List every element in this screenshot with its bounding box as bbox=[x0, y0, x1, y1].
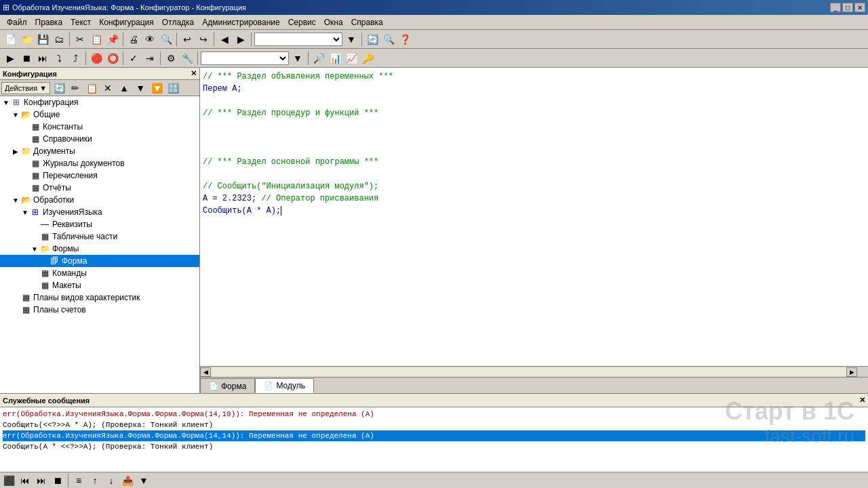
refresh-button[interactable]: 🔄 bbox=[365, 32, 380, 47]
refresh-tree[interactable]: 🔄 bbox=[52, 81, 66, 96]
paste-button[interactable]: 📌 bbox=[105, 32, 120, 47]
tree-item-commands[interactable]: ▦ Команды bbox=[0, 267, 199, 279]
msg-btn-5[interactable]: ≡ bbox=[71, 473, 86, 488]
msg-btn-1[interactable]: ⬛ bbox=[1, 473, 16, 488]
breakpoint-button[interactable]: 🔴 bbox=[89, 51, 104, 66]
open-button[interactable]: 📁 bbox=[19, 32, 34, 47]
tree-item-common[interactable]: ▼ 📂 Общие bbox=[0, 108, 199, 121]
ext-button[interactable]: 🔧 bbox=[180, 51, 195, 66]
tree-item-planyschetov[interactable]: ▦ Планы счетов bbox=[0, 304, 199, 316]
menu-debug[interactable]: Отладка bbox=[158, 16, 198, 28]
step-out-button[interactable]: ⤴ bbox=[68, 51, 83, 66]
panel-controls[interactable]: ✕ bbox=[191, 69, 197, 78]
object-dropdown[interactable] bbox=[254, 33, 342, 46]
cut-button[interactable]: ✂ bbox=[73, 32, 87, 47]
icons-btn3[interactable]: 📈 bbox=[344, 51, 359, 66]
close-button[interactable]: ✕ bbox=[854, 3, 865, 12]
move-up[interactable]: ▲ bbox=[117, 81, 132, 96]
msg-btn-9[interactable]: ▼ bbox=[136, 473, 151, 488]
find-button[interactable]: 🔍 bbox=[159, 32, 174, 47]
tree-item-reports[interactable]: ▦ Отчёты bbox=[0, 182, 199, 194]
filter-btn[interactable]: 🔽 bbox=[149, 81, 164, 96]
sort-btn[interactable]: 🔠 bbox=[165, 81, 180, 96]
tree-item-izyazyka[interactable]: ▼ ⊞ ИзученияЯзыка bbox=[0, 206, 199, 218]
menu-help[interactable]: Справка bbox=[347, 16, 387, 28]
messages-close[interactable]: ✕ bbox=[859, 396, 865, 405]
zoom-in-button[interactable]: 🔍 bbox=[381, 32, 396, 47]
stop-button[interactable]: ⏹ bbox=[19, 51, 34, 66]
tree-item-journals[interactable]: ▦ Журналы документов bbox=[0, 157, 199, 169]
tab-module[interactable]: 📄 Модуль bbox=[255, 378, 314, 393]
indent-button[interactable]: ⇥ bbox=[142, 51, 157, 66]
step-button[interactable]: ⏭ bbox=[35, 51, 50, 66]
msg-3[interactable]: err(Обработка.ИзученияЯзыка.Форма.Форма.… bbox=[3, 430, 865, 441]
print-button[interactable]: 🖨 bbox=[126, 32, 141, 47]
preview-button[interactable]: 👁 bbox=[142, 32, 157, 47]
msg-btn-4[interactable]: ⏹ bbox=[50, 473, 65, 488]
tree-item-forms[interactable]: ▼ 📁 Формы bbox=[0, 243, 199, 255]
tree-item-rekvizity[interactable]: — Реквизиты bbox=[0, 218, 199, 230]
tree-item-tabchasti[interactable]: ▦ Табличные части bbox=[0, 230, 199, 243]
new-button[interactable]: 📄 bbox=[3, 32, 18, 47]
forward-button[interactable]: ▶ bbox=[233, 32, 248, 47]
maximize-button[interactable]: □ bbox=[842, 3, 853, 12]
menu-service[interactable]: Сервис bbox=[284, 16, 320, 28]
tree-item-docs[interactable]: ▶ 📁 Документы bbox=[0, 145, 199, 157]
expand-common[interactable]: ▼ bbox=[11, 111, 20, 119]
msg-btn-8[interactable]: 📤 bbox=[120, 473, 135, 488]
tree-item-planyvidov[interactable]: ▦ Планы видов характеристик bbox=[0, 291, 199, 304]
clear-break-button[interactable]: ⭕ bbox=[105, 51, 120, 66]
expand-izyazyka[interactable]: ▼ bbox=[20, 209, 30, 216]
proc-dropdown-arrow[interactable]: ▼ bbox=[290, 51, 305, 66]
config-update[interactable]: ⚙ bbox=[163, 51, 178, 66]
icons-btn4[interactable]: 🔑 bbox=[360, 51, 375, 66]
tree-item-refs[interactable]: ▦ Справочники bbox=[0, 133, 199, 145]
expand-root[interactable]: ▼ bbox=[1, 99, 11, 106]
menu-file[interactable]: Файл bbox=[3, 16, 31, 28]
window-controls[interactable]: _ □ ✕ bbox=[830, 3, 865, 12]
menu-edit[interactable]: Правка bbox=[31, 16, 67, 28]
msg-btn-6[interactable]: ↑ bbox=[87, 473, 102, 488]
menu-text[interactable]: Текст bbox=[66, 16, 95, 28]
tree-item-enums[interactable]: ▦ Перечисления bbox=[0, 169, 199, 182]
expand-forms[interactable]: ▼ bbox=[30, 245, 39, 253]
scroll-right-btn[interactable]: ▶ bbox=[846, 367, 857, 377]
delete-tree-item[interactable]: ✕ bbox=[100, 81, 115, 96]
expand-docs[interactable]: ▶ bbox=[11, 148, 20, 155]
tree-item-layouts[interactable]: ▦ Макеты bbox=[0, 279, 199, 291]
tree-item-constants[interactable]: ▦ Константы bbox=[0, 121, 199, 133]
tree-item-forma[interactable]: 🗐 Форма bbox=[0, 255, 199, 267]
scroll-left-btn[interactable]: ◀ bbox=[200, 367, 211, 377]
proc-dropdown[interactable] bbox=[201, 52, 289, 65]
edit-tree-item[interactable]: ✏ bbox=[68, 81, 83, 96]
menu-windows[interactable]: Окна bbox=[320, 16, 347, 28]
icons-btn2[interactable]: 📊 bbox=[328, 51, 342, 66]
undo-button[interactable]: ↩ bbox=[180, 32, 195, 47]
minimize-button[interactable]: _ bbox=[830, 3, 841, 12]
menu-config[interactable]: Конфигурация bbox=[95, 16, 158, 28]
move-down[interactable]: ▼ bbox=[133, 81, 148, 96]
step-in-button[interactable]: ⤵ bbox=[52, 51, 66, 66]
msg-btn-7[interactable]: ↓ bbox=[104, 473, 119, 488]
save-button[interactable]: 💾 bbox=[35, 32, 50, 47]
msg-btn-2[interactable]: ⏮ bbox=[18, 473, 33, 488]
code-editor[interactable]: // *** Раздел объявления переменных *** … bbox=[200, 68, 868, 366]
help-button[interactable]: ❓ bbox=[397, 32, 412, 47]
tree-item-processing[interactable]: ▼ 📂 Обработки bbox=[0, 194, 199, 206]
tab-forma[interactable]: 📄 Форма bbox=[200, 378, 255, 393]
save-all-button[interactable]: 🗂 bbox=[52, 32, 66, 47]
run-button[interactable]: ▶ bbox=[3, 51, 18, 66]
check-syntax[interactable]: ✓ bbox=[126, 51, 141, 66]
actions-label[interactable]: Действия ▼ bbox=[1, 82, 50, 94]
icons-btn1[interactable]: 🔎 bbox=[311, 51, 326, 66]
back-button[interactable]: ◀ bbox=[217, 32, 232, 47]
redo-button[interactable]: ↪ bbox=[196, 32, 211, 47]
expand-processing[interactable]: ▼ bbox=[11, 197, 20, 204]
copy-button[interactable]: 📋 bbox=[89, 32, 104, 47]
tree-root[interactable]: ▼ ⊞ Конфигурация bbox=[0, 96, 199, 108]
add-tree-item[interactable]: 📋 bbox=[84, 81, 99, 96]
menu-admin[interactable]: Администрирование bbox=[198, 16, 283, 28]
dropdown-arrow[interactable]: ▼ bbox=[344, 32, 359, 47]
horizontal-scrollbar[interactable]: ◀ ▶ bbox=[200, 366, 868, 377]
msg-btn-3[interactable]: ⏭ bbox=[34, 473, 49, 488]
